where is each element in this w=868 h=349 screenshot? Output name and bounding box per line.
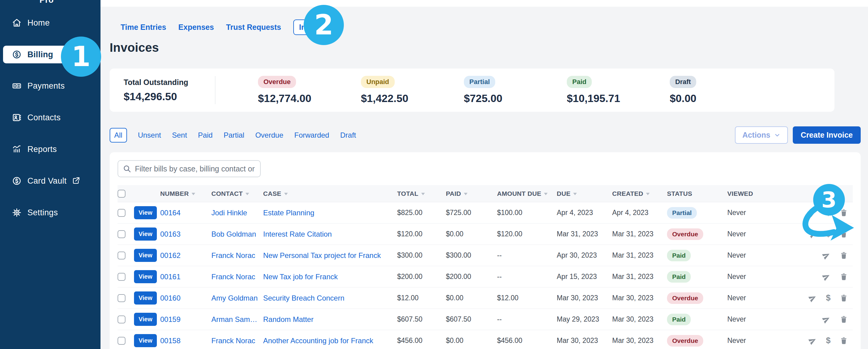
- filter-forwarded[interactable]: Forwarded: [294, 131, 329, 139]
- filter-unsent[interactable]: Unsent: [138, 131, 161, 139]
- contact-link[interactable]: Franck Norac: [211, 337, 263, 345]
- create-invoice-button[interactable]: Create Invoice: [793, 126, 861, 144]
- trash-icon[interactable]: [840, 337, 848, 345]
- sort-caret-icon[interactable]: [421, 193, 425, 195]
- column-header-case[interactable]: CASE: [263, 190, 397, 197]
- invoice-number-link[interactable]: 00162: [160, 251, 211, 260]
- sidebar-item-contacts[interactable]: Contacts: [3, 109, 96, 126]
- trash-icon[interactable]: [840, 251, 848, 259]
- row-checkbox[interactable]: [118, 294, 125, 302]
- select-all-checkbox[interactable]: [118, 190, 125, 198]
- view-invoice-button[interactable]: View: [134, 270, 157, 283]
- paid-value: $300.00: [446, 251, 497, 259]
- invoice-number-link[interactable]: 00159: [160, 315, 211, 324]
- send-icon[interactable]: [809, 230, 817, 238]
- case-link[interactable]: Random Matter: [263, 315, 397, 324]
- external-link-icon: [71, 177, 80, 185]
- column-header-total[interactable]: TOTAL: [397, 190, 446, 197]
- case-link[interactable]: Another Accounting job for Franck: [263, 337, 397, 345]
- column-header-number[interactable]: NUMBER: [160, 190, 211, 197]
- trash-icon[interactable]: [840, 209, 848, 217]
- dollar-icon[interactable]: $: [826, 229, 831, 239]
- main-content: Time EntriesExpensesTrust RequestsInvoic…: [100, 0, 868, 349]
- sidebar-item-payments[interactable]: Payments: [3, 77, 96, 95]
- contact-link[interactable]: Amy Goldman: [211, 294, 263, 303]
- dollar-icon[interactable]: $: [826, 208, 831, 217]
- sort-caret-icon[interactable]: [464, 193, 467, 195]
- card-vault-icon: [11, 176, 22, 186]
- sidebar-item-reports[interactable]: Reports: [3, 140, 96, 158]
- trash-icon[interactable]: [840, 294, 848, 302]
- send-icon[interactable]: [809, 337, 817, 345]
- column-header-due[interactable]: DUE: [557, 190, 612, 197]
- checkbox-cell: [118, 337, 134, 345]
- tab-expenses[interactable]: Expenses: [179, 20, 214, 34]
- row-checkbox[interactable]: [118, 252, 125, 259]
- filter-sent[interactable]: Sent: [172, 131, 187, 139]
- view-invoice-button[interactable]: View: [134, 206, 157, 219]
- view-invoice-button[interactable]: View: [134, 291, 157, 305]
- filter-paid[interactable]: Paid: [198, 131, 213, 139]
- row-checkbox[interactable]: [118, 273, 125, 281]
- column-header-paid[interactable]: PAID: [446, 190, 497, 197]
- send-icon[interactable]: [822, 315, 831, 323]
- tab-trust-requests[interactable]: Trust Requests: [226, 20, 281, 34]
- filter-all[interactable]: All: [110, 128, 127, 142]
- sidebar-item-billing[interactable]: Billing: [3, 46, 96, 63]
- contact-link[interactable]: Bob Goldman: [211, 230, 263, 239]
- filter-partial[interactable]: Partial: [223, 131, 244, 139]
- send-icon[interactable]: [809, 209, 817, 217]
- filter-bills-input[interactable]: [135, 164, 255, 173]
- sort-caret-icon[interactable]: [646, 193, 650, 195]
- send-icon[interactable]: [822, 273, 831, 281]
- invoice-row: View00159Arman SamaniRandom Matter$607.5…: [118, 309, 853, 330]
- sort-caret-icon[interactable]: [246, 193, 249, 195]
- actions-button[interactable]: Actions: [735, 126, 788, 144]
- trash-icon[interactable]: [840, 315, 848, 323]
- column-header-created[interactable]: CREATED: [612, 190, 667, 197]
- amount-due-value: $456.00: [497, 337, 557, 345]
- dollar-icon[interactable]: $: [826, 293, 831, 303]
- send-icon[interactable]: [822, 251, 831, 259]
- sidebar-item-card-vault[interactable]: Card Vault: [3, 172, 96, 190]
- view-invoice-button[interactable]: View: [134, 334, 157, 347]
- invoice-number-link[interactable]: 00161: [160, 273, 211, 281]
- invoice-number-link[interactable]: 00160: [160, 294, 211, 303]
- case-link[interactable]: New Personal Tax project for Franck: [263, 251, 397, 260]
- column-header-amount-due[interactable]: AMOUNT DUE: [497, 190, 557, 197]
- send-icon[interactable]: [809, 294, 817, 302]
- contact-link[interactable]: Franck Norac: [211, 251, 263, 260]
- case-link[interactable]: New Tax job for Franck: [263, 273, 397, 281]
- row-checkbox[interactable]: [118, 230, 125, 238]
- sort-caret-icon[interactable]: [192, 193, 195, 195]
- summary-stat-unpaid: Unpaid$1,422.50: [361, 76, 464, 104]
- filter-draft[interactable]: Draft: [340, 131, 356, 139]
- invoice-number-link[interactable]: 00164: [160, 209, 211, 217]
- case-link[interactable]: Security Breach Concern: [263, 294, 397, 303]
- filter-overdue[interactable]: Overdue: [255, 131, 283, 139]
- tab-time-entries[interactable]: Time Entries: [121, 20, 166, 34]
- row-checkbox[interactable]: [118, 209, 125, 217]
- row-checkbox[interactable]: [118, 316, 125, 323]
- invoice-number-link[interactable]: 00163: [160, 230, 211, 239]
- tab-invoices[interactable]: Invoices: [293, 20, 335, 35]
- sort-caret-icon[interactable]: [544, 193, 548, 195]
- dollar-icon[interactable]: $: [826, 336, 831, 345]
- sidebar-item-settings[interactable]: Settings: [3, 204, 96, 221]
- view-invoice-button[interactable]: View: [134, 313, 157, 326]
- row-checkbox[interactable]: [118, 337, 125, 345]
- view-invoice-button[interactable]: View: [134, 227, 157, 241]
- contact-link[interactable]: Arman Samani: [211, 315, 263, 324]
- contact-link[interactable]: Jodi Hinkle: [211, 209, 263, 217]
- sort-caret-icon[interactable]: [573, 193, 577, 195]
- contact-link[interactable]: Franck Norac: [211, 273, 263, 281]
- trash-icon[interactable]: [840, 273, 848, 281]
- invoice-number-link[interactable]: 00158: [160, 337, 211, 345]
- case-link[interactable]: Interest Rate Citation: [263, 230, 397, 239]
- sidebar-item-home[interactable]: Home: [3, 14, 96, 32]
- case-link[interactable]: Estate Planning: [263, 209, 397, 217]
- trash-icon[interactable]: [840, 230, 848, 238]
- view-invoice-button[interactable]: View: [134, 249, 157, 262]
- column-header-contact[interactable]: CONTACT: [211, 190, 263, 197]
- sort-caret-icon[interactable]: [284, 193, 288, 195]
